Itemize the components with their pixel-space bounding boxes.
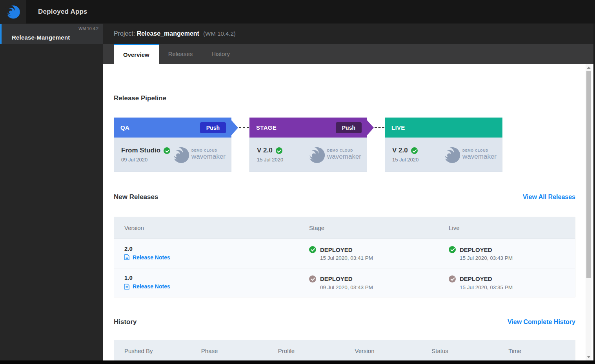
- pipeline-card-live-header: LIVE: [385, 118, 502, 138]
- tab-overview[interactable]: Overview: [114, 44, 159, 64]
- release-version: 1.0: [124, 274, 309, 281]
- new-releases-title: New Releases: [114, 193, 158, 201]
- live-status: DEPLOYED: [460, 246, 492, 253]
- live-time: 15 Jul 2020, 03:43 PM: [449, 255, 576, 261]
- pipeline-card-qa: QA Push From Studio 09 Jul 2020: [114, 118, 231, 172]
- view-all-releases-link[interactable]: View All Releases: [523, 194, 575, 201]
- check-icon: [411, 147, 418, 154]
- release-notes-link[interactable]: Release Notes: [124, 283, 170, 290]
- project-header: Project: Release_mangement (WM 10.4.2): [103, 24, 595, 44]
- sidebar-project-version: WM 10.4.2: [78, 26, 98, 31]
- history-title: History: [114, 318, 137, 326]
- live-status: DEPLOYED: [460, 275, 492, 282]
- top-bar: Deployed Apps: [0, 0, 595, 24]
- pipeline-arrow-icon: [231, 120, 238, 135]
- pipeline-version: From Studio: [121, 147, 160, 154]
- table-row: 2.0 Release Notes DEPLOYED 15 Jul 2020, …: [114, 239, 575, 268]
- stage-time: 15 Jul 2020, 03:41 PM: [309, 255, 449, 261]
- scroll-down-arrow-icon[interactable]: [586, 354, 591, 360]
- demo-cloud-text: DEMO CLOUD: [327, 148, 361, 152]
- sidebar-item-project[interactable]: WM 10.4.2 Release-Mangement: [0, 24, 103, 44]
- stage-status: DEPLOYED: [320, 275, 353, 282]
- column-header-status: Status: [421, 340, 498, 360]
- bottom-bar: [0, 360, 595, 364]
- check-icon: [309, 275, 316, 283]
- page-title: Deployed Apps: [38, 0, 87, 24]
- demo-cloud-logo: DEMO CLOUD wavemaker: [172, 145, 226, 164]
- tab-releases[interactable]: Releases: [159, 44, 202, 64]
- app-logo: [0, 0, 26, 24]
- wavemaker-text: wavemaker: [191, 153, 226, 161]
- tab-history[interactable]: History: [202, 44, 239, 64]
- release-notes-link[interactable]: Release Notes: [124, 254, 170, 261]
- window-edge: [592, 24, 592, 364]
- live-time: 15 Jul 2020, 03:35 PM: [449, 284, 576, 290]
- wavemaker-text: wavemaker: [462, 153, 497, 161]
- scrollbar-thumb[interactable]: [586, 71, 591, 278]
- wavemaker-logo-icon: [5, 4, 21, 20]
- history-table-header: Pushed By Phase Profile Version Status T…: [114, 340, 575, 360]
- sidebar-project-label: Release-Mangement: [12, 34, 70, 41]
- pipeline-card-stage-header: STAGE Push: [249, 118, 367, 138]
- sidebar: WM 10.4.2 Release-Mangement: [0, 24, 103, 360]
- wavemaker-logo-icon: [308, 145, 326, 164]
- check-icon: [449, 246, 456, 253]
- pipeline-version: V 2.0: [257, 147, 273, 154]
- pipeline-date: 09 Jul 2020: [121, 157, 170, 163]
- pipeline-card-stage-body: V 2.0 15 Jul 2020 DEMO CLOUD wavemaker: [249, 138, 367, 172]
- document-icon: [124, 254, 129, 260]
- column-header-live: Live: [449, 217, 576, 239]
- check-icon: [164, 147, 170, 154]
- project-label: Project:: [114, 30, 135, 37]
- check-icon: [309, 246, 316, 253]
- pipeline-card-qa-header: QA Push: [114, 118, 231, 138]
- pipeline-stage-name: QA: [120, 124, 200, 131]
- release-pipeline-title: Release Pipeline: [114, 94, 575, 102]
- demo-cloud-text: DEMO CLOUD: [462, 148, 497, 152]
- column-header-stage: Stage: [309, 217, 449, 239]
- pipeline-card-live: LIVE V 2.0 15 Jul 2020 DEMO CLOUD: [385, 118, 502, 172]
- column-header-pushed-by: Pushed By: [114, 340, 191, 360]
- wavemaker-text: wavemaker: [327, 153, 361, 161]
- pipeline-connector: [375, 127, 384, 128]
- column-header-version: Version: [114, 217, 309, 239]
- demo-cloud-text: DEMO CLOUD: [191, 148, 226, 152]
- demo-cloud-logo: DEMO CLOUD wavemaker: [443, 145, 497, 164]
- project-name: Release_mangement: [137, 30, 199, 37]
- history-table: Pushed By Phase Profile Version Status T…: [114, 340, 575, 360]
- stage-status: DEPLOYED: [320, 246, 353, 253]
- document-icon: [124, 284, 129, 290]
- push-button-qa[interactable]: Push: [200, 122, 226, 133]
- main-content: Release Pipeline QA Push From Studio 09 …: [103, 64, 595, 360]
- wavemaker-logo-icon: [172, 145, 191, 164]
- column-header-time: Time: [498, 340, 575, 360]
- vertical-scrollbar[interactable]: [586, 64, 591, 360]
- pipeline-version: V 2.0: [392, 147, 408, 154]
- pipeline-stage-name: LIVE: [391, 124, 497, 131]
- pipeline-card-qa-body: From Studio 09 Jul 2020 DEMO CLOUD wavem…: [114, 138, 231, 172]
- column-header-profile: Profile: [268, 340, 345, 360]
- window-edge: [593, 24, 595, 364]
- demo-cloud-logo: DEMO CLOUD wavemaker: [308, 145, 361, 164]
- view-complete-history-link[interactable]: View Complete History: [508, 319, 575, 326]
- pipeline-arrow-icon: [367, 120, 374, 135]
- pipeline-date: 15 Jul 2020: [392, 157, 419, 163]
- scroll-up-arrow-icon[interactable]: [586, 65, 591, 71]
- new-releases-table-header: Version Stage Live: [114, 217, 575, 239]
- check-icon: [276, 147, 282, 154]
- release-pipeline: QA Push From Studio 09 Jul 2020: [114, 118, 575, 172]
- table-row: 1.0 Release Notes DEPLOYED 09 Jul 2020, …: [114, 268, 575, 297]
- pipeline-stage-name: STAGE: [256, 124, 336, 131]
- column-header-version: Version: [344, 340, 421, 360]
- wavemaker-logo-icon: [443, 145, 462, 164]
- push-button-stage[interactable]: Push: [336, 122, 362, 133]
- pipeline-card-live-body: V 2.0 15 Jul 2020 DEMO CLOUD wavemaker: [385, 138, 502, 172]
- new-releases-table: Version Stage Live 2.0 Release Notes DEP…: [114, 217, 575, 297]
- column-header-phase: Phase: [191, 340, 268, 360]
- stage-time: 09 Jul 2020, 03:43 PM: [309, 284, 449, 290]
- pipeline-card-stage: STAGE Push V 2.0 15 Jul 2020: [249, 118, 367, 172]
- check-icon: [449, 275, 456, 283]
- tab-bar: Overview Releases History: [103, 44, 595, 64]
- pipeline-connector: [239, 127, 249, 128]
- release-version: 2.0: [124, 245, 309, 252]
